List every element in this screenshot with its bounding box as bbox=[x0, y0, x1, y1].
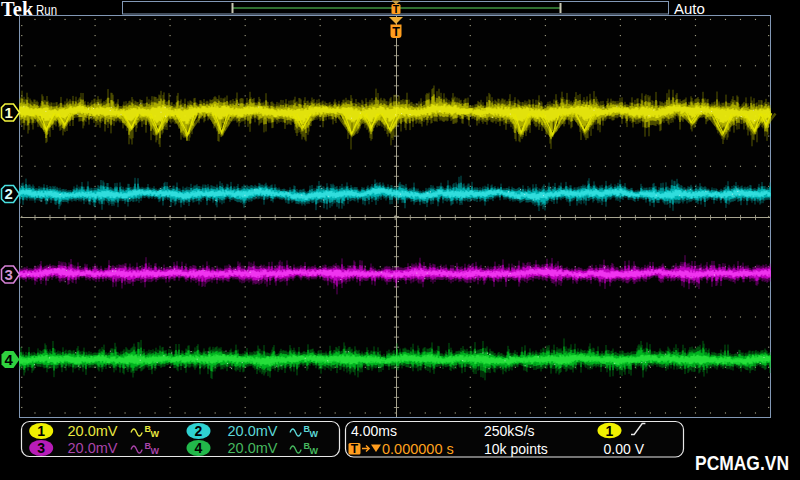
svg-text:20.0mV: 20.0mV bbox=[68, 440, 118, 456]
svg-text:1: 1 bbox=[4, 104, 12, 121]
svg-text:4: 4 bbox=[195, 440, 203, 456]
svg-text:T: T bbox=[392, 25, 400, 39]
svg-text:3: 3 bbox=[4, 266, 12, 283]
svg-text:2: 2 bbox=[4, 185, 12, 202]
svg-text:4.00ms: 4.00ms bbox=[351, 423, 397, 439]
svg-text:0.000000 s: 0.000000 s bbox=[382, 441, 454, 457]
svg-text:250kS/s: 250kS/s bbox=[484, 423, 535, 439]
svg-text:4: 4 bbox=[4, 351, 13, 368]
svg-text:10k points: 10k points bbox=[484, 441, 548, 457]
svg-text:1: 1 bbox=[606, 423, 614, 439]
svg-text:T: T bbox=[393, 3, 400, 15]
svg-text:PCMAG.VN: PCMAG.VN bbox=[695, 452, 789, 474]
svg-text:3: 3 bbox=[37, 440, 45, 456]
svg-text:W: W bbox=[310, 429, 319, 439]
svg-text:W: W bbox=[151, 446, 160, 456]
svg-text:Auto: Auto bbox=[674, 0, 705, 17]
svg-text:T: T bbox=[351, 442, 359, 456]
svg-text:W: W bbox=[310, 446, 319, 456]
svg-text:0.00 V: 0.00 V bbox=[604, 441, 645, 457]
svg-text:1: 1 bbox=[37, 423, 45, 439]
svg-text:2: 2 bbox=[195, 423, 203, 439]
svg-text:20.0mV: 20.0mV bbox=[68, 423, 118, 439]
svg-text:20.0mV: 20.0mV bbox=[228, 423, 278, 439]
svg-text:W: W bbox=[151, 429, 160, 439]
svg-text:20.0mV: 20.0mV bbox=[228, 440, 278, 456]
